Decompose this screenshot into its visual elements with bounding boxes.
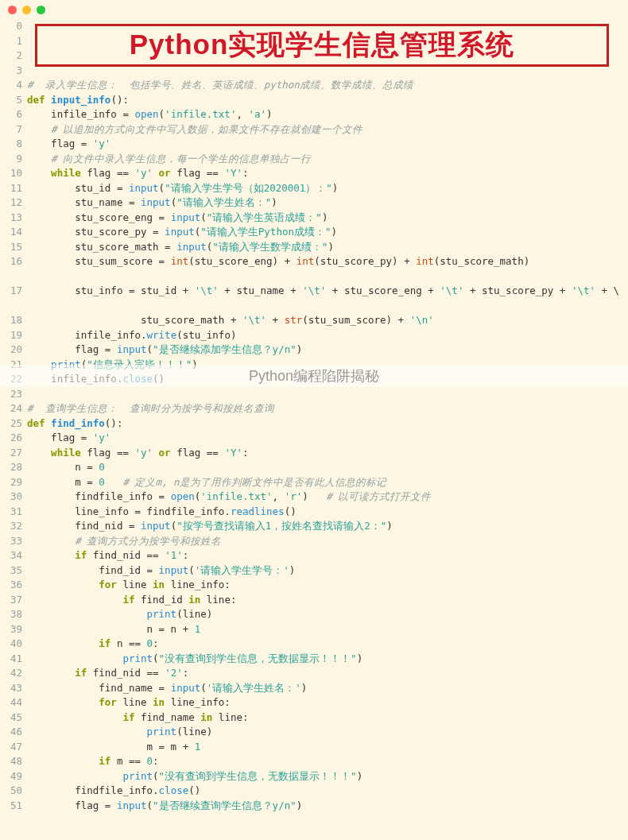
line-number: 45 [5,710,22,726]
line-number: 48 [5,754,22,769]
code-line[interactable]: stu_id = input("请输入学生学号（如2020001）：") [27,181,628,196]
code-line[interactable]: # 以追加的方式向文件中写入数据，如果文件不存在就创建一个文件 [27,122,628,137]
line-number: 5 [5,93,22,108]
code-line[interactable] [27,19,628,34]
code-line[interactable]: infile_info.close() [27,372,628,387]
line-number: 43 [5,681,22,696]
code-line[interactable]: if n == 0: [27,637,628,652]
minimize-dot[interactable] [22,6,31,14]
line-number: 36 [5,578,22,593]
line-number: 8 [5,137,22,152]
code-line[interactable]: # 查询学生信息： 查询时分为按学号和按姓名查询 [27,401,628,416]
code-line[interactable]: findfile_info.close() [27,784,628,799]
line-number: 26 [5,431,22,446]
code-line[interactable]: m = m + 1 [27,740,628,755]
code-line[interactable] [27,48,628,64]
line-number: 24 [5,401,22,416]
line-number: 49 [5,769,22,784]
maximize-dot[interactable] [37,6,45,14]
code-line[interactable]: n = n + 1 [27,622,628,637]
code-line[interactable]: n = 0 [27,460,628,475]
line-number: 30 [5,490,22,505]
line-number: 31 [5,505,22,520]
code-line[interactable]: print(line) [27,607,628,622]
code-line[interactable]: infile_info = open('infile.txt', 'a') [27,107,628,122]
code-line[interactable]: stu_score_math + '\t' + str(stu_sum_scor… [27,313,628,328]
code-line[interactable]: def input_info(): [27,93,628,108]
line-number: 42 [5,666,22,681]
line-number: 50 [5,784,22,799]
code-line[interactable]: stu_score_eng = input("请输入学生英语成绩：") [27,211,628,226]
line-number: 6 [5,107,22,122]
code-line[interactable]: print(line) [27,725,628,740]
code-line[interactable]: print("没有查询到学生信息，无数据显示！！！") [27,652,628,667]
code-line[interactable] [27,387,628,402]
line-number: 12 [5,195,22,211]
line-number: 11 [5,181,22,196]
line-number: 51 [5,799,22,814]
line-number: 23 [5,387,22,402]
code-line[interactable]: stu_sum_score = int(stu_score_eng) + int… [27,254,628,284]
code-line[interactable] [27,34,628,49]
line-number: 16 [5,254,22,269]
code-line[interactable]: if find_nid == '2': [27,666,628,681]
line-number: 32 [5,519,22,534]
code-line[interactable]: stu_score_py = input("请输入学生Python成绩：") [27,225,628,240]
code-area[interactable]: # 录入学生信息： 包括学号、姓名、英语成绩、python成绩、数学成绩、总成绩… [27,19,628,813]
line-number: 10 [5,166,22,181]
code-line[interactable]: # 向文件中录入学生信息，每一个学生的信息单独占一行 [27,152,628,167]
code-line[interactable]: while flag == 'y' or flag == 'Y': [27,166,628,181]
line-number: 28 [5,460,22,475]
code-line[interactable]: for line in line_info: [27,578,628,593]
code-line[interactable]: stu_score_math = input("请输入学生数学成绩：") [27,240,628,255]
line-number: 15 [5,240,22,255]
line-number: 13 [5,211,22,226]
line-number: 34 [5,548,22,563]
code-line[interactable]: flag = 'y' [27,431,628,446]
code-line[interactable]: # 录入学生信息： 包括学号、姓名、英语成绩、python成绩、数学成绩、总成绩 [27,78,628,93]
code-line[interactable]: m = 0 # 定义m, n是为了用作判断文件中是否有此人信息的标记 [27,475,628,490]
code-line[interactable]: findfile_info = open('infile.txt', 'r') … [27,490,628,505]
code-line[interactable]: flag = input("是否继续添加学生信息？y/n") [27,343,628,358]
code-line[interactable]: find_nid = input("按学号查找请输入1，按姓名查找请输入2：") [27,519,628,534]
code-line[interactable]: # 查询方式分为按学号和按姓名 [27,534,628,549]
window-titlebar [0,0,628,19]
code-line[interactable]: stu_name = input("请输入学生姓名：") [27,195,628,211]
code-line[interactable]: for line in line_info: [27,695,628,710]
line-number: 35 [5,563,22,579]
code-line[interactable]: flag = 'y' [27,137,628,152]
line-number: 18 [5,313,22,328]
line-gutter: 0123456789101112131415161718192021222324… [5,19,27,813]
code-line[interactable]: find_name = input('请输入学生姓名：') [27,681,628,696]
line-number: 14 [5,225,22,240]
line-number: 21 [5,358,22,373]
line-number: 17 [5,284,22,299]
line-number: 46 [5,725,22,740]
line-number: 40 [5,637,22,652]
code-line[interactable]: infile_info.write(stu_info) [27,328,628,343]
code-line[interactable]: def find_info(): [27,416,628,432]
line-number: 47 [5,740,22,755]
line-number: 22 [5,372,22,387]
code-line[interactable]: if find_id in line: [27,593,628,608]
code-line[interactable]: line_info = findfile_info.readlines() [27,505,628,520]
code-line[interactable]: print("信息录入完毕！！！") [27,358,628,373]
code-line[interactable]: stu_info = stu_id + '\t' + stu_name + '\… [27,284,628,313]
line-number: 19 [5,328,22,343]
code-line[interactable]: flag = input("是否继续查询学生信息？y/n") [27,799,628,814]
code-editor[interactable]: 0123456789101112131415161718192021222324… [0,19,628,813]
line-number: 41 [5,652,22,667]
close-dot[interactable] [8,6,17,14]
code-line[interactable]: if find_name in line: [27,710,628,726]
line-number: 20 [5,343,22,358]
code-line[interactable] [27,64,628,79]
line-number: 25 [5,416,22,432]
code-line[interactable]: print("没有查询到学生信息，无数据显示！！！") [27,769,628,784]
line-number: 27 [5,446,22,461]
code-line[interactable]: find_id = input('请输入学生学号：') [27,563,628,579]
line-number: 29 [5,475,22,490]
code-line[interactable]: if m == 0: [27,754,628,769]
line-number: 4 [5,78,22,93]
code-line[interactable]: if find_nid == '1': [27,548,628,563]
code-line[interactable]: while flag == 'y' or flag == 'Y': [27,446,628,461]
